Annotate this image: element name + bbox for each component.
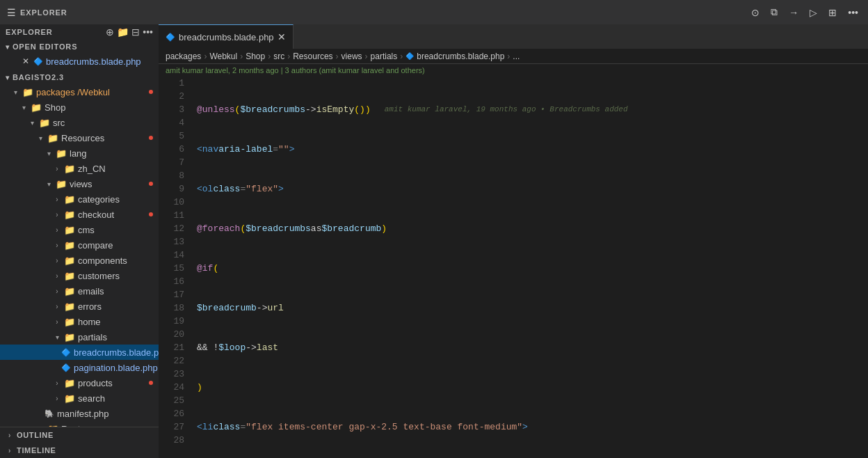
chevron-right-icon: › (53, 287, 61, 295)
chevron-down-icon: ▾ (53, 333, 61, 341)
folder-label: packages /Webkul (36, 87, 110, 97)
folder-icon: 📁 (64, 271, 75, 281)
chevron-right-icon: › (53, 395, 61, 402)
new-folder-icon[interactable]: 📁 (117, 27, 129, 37)
collapse-all-icon[interactable]: ⊟ (131, 27, 140, 37)
close-tab-icon[interactable]: ✕ (22, 56, 29, 66)
blade-tab-icon: 🔷 (166, 33, 175, 42)
folder-label: errors (78, 301, 102, 312)
sidebar-item-partials[interactable]: ▾ 📁 partials (0, 329, 159, 345)
sidebar-item-cms[interactable]: › 📁 cms (0, 222, 159, 237)
split-icon[interactable]: ⧉ (768, 5, 780, 19)
chevron-right-icon: › (36, 425, 45, 427)
sidebar-item-views[interactable]: ▾ 📁 views (0, 176, 159, 191)
more-icon[interactable]: ••• (143, 27, 153, 37)
breadcrumb-shop[interactable]: Shop (246, 52, 265, 61)
git-blame-text: amit kumar laravel, 2 months ago | 3 aut… (166, 66, 425, 74)
folder-label: components (78, 255, 127, 266)
code-line-2: <nav aria-label=""> (197, 143, 868, 156)
new-file-icon[interactable]: ⊕ (106, 27, 114, 37)
modified-dot (149, 182, 153, 186)
sidebar-item-components[interactable]: › 📁 components (0, 253, 159, 268)
folder-label: Shop (45, 102, 65, 113)
sidebar-item-routes[interactable]: › 📁 Routes (0, 421, 159, 427)
more-actions-icon[interactable]: ••• (845, 6, 861, 19)
folder-icon: 📁 (64, 393, 75, 404)
timeline-section[interactable]: › TIMELINE (0, 443, 159, 458)
code-line-5: @if ( (197, 262, 868, 275)
outline-section[interactable]: › OUTLINE (0, 427, 159, 443)
code-line-6: $breadcrumb->url (197, 301, 868, 315)
breadcrumb-partials[interactable]: partials (371, 52, 398, 61)
editor-area: 🔷 breadcrumbs.blade.php ✕ packages › Web… (159, 24, 868, 458)
sidebar-item-packages-webkul[interactable]: ▾ 📁 packages /Webkul (0, 84, 159, 100)
folder-icon: 📁 (47, 424, 58, 427)
folder-label: categories (78, 194, 120, 205)
folder-label: cms (78, 225, 95, 235)
chevron-icon: ▾ (6, 43, 10, 51)
code-editor[interactable]: @unless ($breadcrumbs->isEmpty())amit ku… (190, 77, 868, 458)
sidebar-item-products[interactable]: › 📁 products (0, 375, 159, 390)
blade-icon-crumb: 🔷 (405, 52, 414, 60)
forward-icon[interactable]: → (786, 6, 801, 19)
breadcrumb-views[interactable]: views (341, 52, 362, 61)
folder-icon: 📁 (39, 118, 50, 128)
folder-label: compare (78, 240, 113, 251)
layout-icon[interactable]: ⊞ (826, 6, 839, 19)
outline-label: OUTLINE (17, 431, 54, 439)
folder-label: emails (78, 286, 104, 297)
sidebar-item-compare[interactable]: › 📁 compare (0, 237, 159, 253)
breadcrumb-resources[interactable]: Resources (293, 52, 332, 61)
sidebar-item-zh-cn[interactable]: › 📁 zh_CN (0, 161, 159, 176)
sidebar-item-customers[interactable]: › 📁 customers (0, 268, 159, 283)
sidebar-item-manifest[interactable]: 🐘 manifest.php (0, 406, 159, 421)
sidebar-item-checkout[interactable]: › 📁 checkout (0, 207, 159, 222)
code-container: 12345 678910 1112131415 1617181920 21222… (159, 77, 868, 458)
sidebar-item-lang[interactable]: ▾ 📁 lang (0, 145, 159, 161)
folder-label: partials (78, 332, 107, 342)
chevron-down-icon: ▾ (11, 88, 19, 96)
folder-icon: 📁 (64, 286, 75, 297)
folder-icon: 📁 (47, 133, 58, 143)
sidebar-item-shop[interactable]: ▾ 📁 Shop (0, 100, 159, 115)
close-tab-button[interactable]: ✕ (278, 32, 286, 42)
root-folder-header[interactable]: ▾ BAGISTO2.3 (0, 70, 159, 84)
sep8: › (507, 52, 510, 61)
line-numbers: 12345 678910 1112131415 1617181920 21222… (159, 77, 190, 458)
chevron-right-icon: › (53, 196, 61, 203)
breadcrumb-file[interactable]: breadcrumbs.blade.php (417, 52, 504, 61)
sep2: › (240, 52, 243, 61)
sidebar: EXPLORER ⊕ 📁 ⊟ ••• ▾ OPEN EDITORS ✕ brea… (0, 24, 159, 458)
breadcrumb-webkul[interactable]: Webkul (209, 52, 237, 61)
breadcrumb-packages[interactable]: packages (166, 52, 201, 61)
sidebar-item-resources[interactable]: ▾ 📁 Resources (0, 130, 159, 145)
sep7: › (400, 52, 403, 61)
title-bar: ☰ EXPLORER ⊙ ⧉ → ▷ ⊞ ••• (0, 0, 868, 24)
tab-breadcrumbs[interactable]: 🔷 breadcrumbs.blade.php ✕ (159, 24, 294, 49)
folder-icon: 📁 (64, 194, 75, 205)
folder-icon: 📁 (64, 317, 75, 327)
chevron-down-icon: ▾ (19, 104, 28, 111)
root-folder-label: BAGISTO2.3 (13, 73, 64, 81)
sidebar-item-errors[interactable]: › 📁 errors (0, 299, 159, 314)
modified-dot (149, 90, 153, 94)
open-editor-item[interactable]: ✕ breadcrumbs.blade.php (0, 54, 159, 69)
folder-label: home (78, 317, 101, 327)
chevron-right-icon: › (6, 447, 14, 455)
sidebar-item-home[interactable]: › 📁 home (0, 314, 159, 329)
sidebar-item-search[interactable]: › 📁 search (0, 390, 159, 406)
sidebar-item-emails[interactable]: › 📁 emails (0, 283, 159, 299)
sidebar-item-breadcrumbs-blade[interactable]: 🔷 breadcrumbs.blade.php (0, 345, 159, 360)
folder-icon: 📁 (64, 210, 75, 220)
run-icon[interactable]: ▷ (807, 6, 820, 19)
sidebar-item-categories[interactable]: › 📁 categories (0, 191, 159, 207)
tabs-bar: 🔷 breadcrumbs.blade.php ✕ (159, 24, 868, 49)
folder-icon: 📁 (56, 148, 67, 159)
remote-icon[interactable]: ⊙ (748, 6, 762, 19)
sidebar-item-src[interactable]: ▾ 📁 src (0, 115, 159, 130)
open-editors-header[interactable]: ▾ OPEN EDITORS (0, 40, 159, 54)
breadcrumb-src[interactable]: src (273, 52, 284, 61)
code-line-4: @foreach ($breadcrumbs as $breadcrumb) (197, 222, 868, 235)
sidebar-item-pagination-blade[interactable]: 🔷 pagination.blade.php (0, 360, 159, 375)
sep6: › (365, 52, 368, 61)
